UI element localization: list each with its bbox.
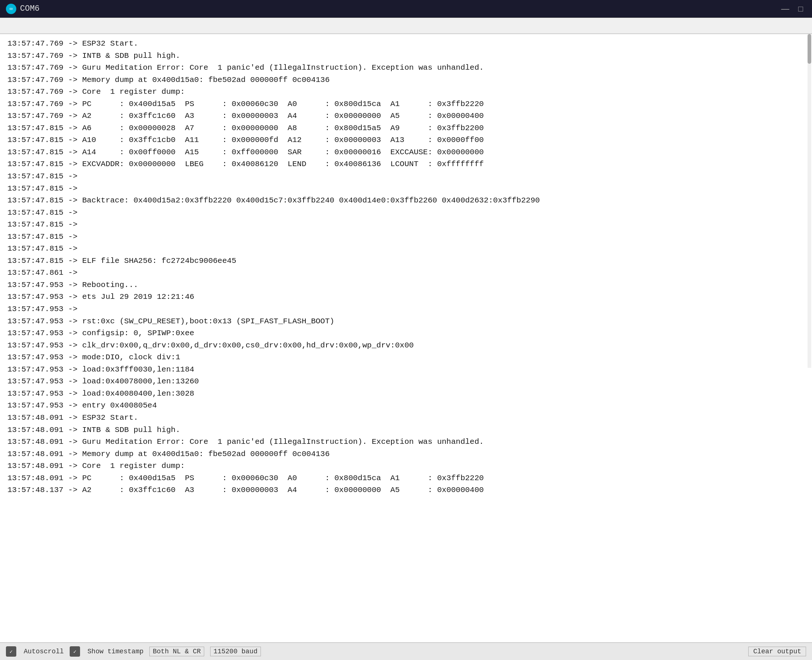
- scrollbar[interactable]: [807, 34, 811, 368]
- console-line: 13:57:47.815 -> A14 : 0x00ff0000 A15 : 0…: [8, 146, 804, 159]
- console-line: 13:57:47.769 -> Memory dump at 0x400d15a…: [8, 74, 804, 86]
- console-line: 13:57:47.769 -> Core 1 register dump:: [8, 86, 804, 98]
- minimize-button[interactable]: —: [778, 4, 792, 14]
- console-line: 13:57:47.769 -> PC : 0x400d15a5 PS : 0x0…: [8, 98, 804, 111]
- console-line: 13:57:47.769 -> INTB & SDB pull high.: [8, 50, 804, 62]
- toolbar: [0, 18, 812, 34]
- console-line: 13:57:48.091 -> Core 1 register dump:: [8, 460, 804, 473]
- console-line: 13:57:47.953 ->: [8, 303, 804, 316]
- console-line: 13:57:48.091 -> Memory dump at 0x400d15a…: [8, 448, 804, 460]
- console-line: 13:57:47.815 -> Backtrace: 0x400d15a2:0x…: [8, 195, 804, 207]
- console-line: 13:57:47.815 ->: [8, 243, 804, 255]
- title-bar: ∞ COM6 — □: [0, 0, 812, 18]
- console-line: 13:57:47.953 -> entry 0x400805e4: [8, 400, 804, 412]
- timestamp-icon[interactable]: ✓: [70, 646, 80, 657]
- console-line: 13:57:48.091 -> Guru Meditation Error: C…: [8, 436, 804, 448]
- console-line: 13:57:48.091 -> ESP32 Start.: [8, 412, 804, 424]
- console-line: 13:57:47.769 -> A2 : 0x3ffc1c60 A3 : 0x0…: [8, 110, 804, 122]
- console-line: 13:57:47.815 ->: [8, 171, 804, 183]
- newline-select[interactable]: Both NL & CR: [149, 647, 204, 656]
- console-line: 13:57:47.953 -> ets Jul 29 2019 12:21:46: [8, 291, 804, 303]
- console-line: 13:57:47.815 -> EXCVADDR: 0x00000000 LBE…: [8, 158, 804, 171]
- console-line: 13:57:48.137 -> A2 : 0x3ffc1c60 A3 : 0x0…: [8, 484, 804, 497]
- scrollbar-thumb[interactable]: [807, 34, 811, 64]
- show-timestamp-label[interactable]: Show timestamp: [87, 648, 143, 655]
- maximize-button[interactable]: □: [795, 4, 806, 14]
- console-line: 13:57:47.815 -> A6 : 0x00000028 A7 : 0x0…: [8, 122, 804, 135]
- app-icon: ∞: [6, 4, 16, 14]
- baud-select[interactable]: 115200 baud: [210, 647, 261, 656]
- bottom-bar: ✓ Autoscroll ✓ Show timestamp Both NL & …: [0, 642, 812, 660]
- console-line: 13:57:47.815 ->: [8, 219, 804, 231]
- autoscroll-icon[interactable]: ✓: [6, 646, 16, 657]
- console-line: 13:57:47.953 -> load:0x40078000,len:1326…: [8, 376, 804, 388]
- console-line: 13:57:47.815 ->: [8, 231, 804, 243]
- console-line: 13:57:47.953 -> rst:0xc (SW_CPU_RESET),b…: [8, 316, 804, 328]
- console-line: 13:57:47.953 -> mode:DIO, clock div:1: [8, 352, 804, 364]
- console-line: 13:57:47.815 -> A10 : 0x3ffc1cb0 A11 : 0…: [8, 134, 804, 146]
- console-line: 13:57:47.953 -> clk_drv:0x00,q_drv:0x00,…: [8, 340, 804, 352]
- console-line: 13:57:47.815 ->: [8, 207, 804, 219]
- window-title: COM6: [20, 4, 40, 13]
- console-line: 13:57:47.815 -> ELF file SHA256: fc2724b…: [8, 255, 804, 267]
- console-line: 13:57:47.769 -> Guru Meditation Error: C…: [8, 62, 804, 74]
- console-line: 13:57:47.953 -> Rebooting...: [8, 279, 804, 292]
- console-line: 13:57:47.769 -> ESP32 Start.: [8, 38, 804, 50]
- console-output: 13:57:47.769 -> ESP32 Start.13:57:47.769…: [0, 34, 812, 642]
- autoscroll-label[interactable]: Autoscroll: [24, 648, 64, 655]
- console-line: 13:57:47.861 ->: [8, 267, 804, 279]
- window-controls: — □: [778, 4, 806, 14]
- clear-button[interactable]: Clear output: [748, 647, 806, 656]
- console-line: 13:57:48.091 -> INTB & SDB pull high.: [8, 424, 804, 436]
- console-line: 13:57:47.953 -> load:0x40080400,len:3028: [8, 388, 804, 400]
- console-line: 13:57:48.091 -> PC : 0x400d15a5 PS : 0x0…: [8, 473, 804, 485]
- console-line: 13:57:47.815 ->: [8, 183, 804, 195]
- console-line: 13:57:47.953 -> configsip: 0, SPIWP:0xee: [8, 327, 804, 340]
- console-line: 13:57:47.953 -> load:0x3fff0030,len:1184: [8, 364, 804, 376]
